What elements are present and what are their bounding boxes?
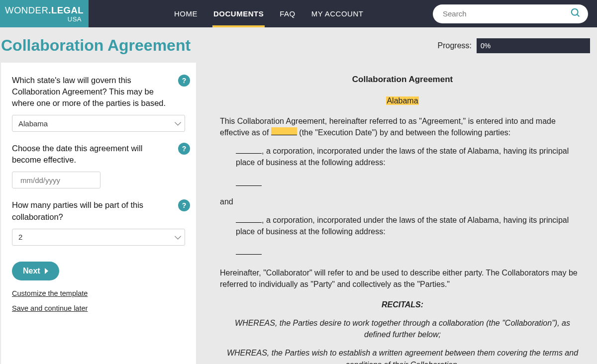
field-state: Which state's law will govern this Colla… [12, 75, 185, 132]
hereinafter: Hereinafter, "Collaborator" will refer t… [220, 267, 585, 290]
blank-party-a-name [236, 146, 262, 154]
search-box[interactable] [433, 4, 588, 23]
blank-party-a-address [236, 178, 585, 189]
nav-documents[interactable]: DOCUMENTS [212, 0, 265, 27]
preview-intro-b: (the "Execution Date") by and between th… [297, 128, 510, 137]
next-button[interactable]: Next [12, 262, 59, 280]
main-nav: HOME DOCUMENTS FAQ MY ACCOUNT [173, 0, 364, 27]
and-line: and [220, 196, 585, 207]
search-input[interactable] [443, 9, 570, 18]
blank-party-b-name [236, 215, 262, 223]
progress: Progress: 0% [438, 38, 590, 53]
parties-select[interactable] [12, 229, 185, 246]
preview-intro: This Collaboration Agreement, hereinafte… [220, 115, 585, 138]
blank-date [271, 127, 297, 135]
main: Which state's law will govern this Colla… [0, 63, 597, 364]
help-icon[interactable]: ? [178, 199, 190, 211]
search-container [433, 0, 597, 27]
customize-link[interactable]: Customize the template [12, 289, 185, 297]
svg-point-0 [572, 8, 578, 15]
search-icon[interactable] [570, 7, 581, 20]
page-title: Collaboration Agreement [1, 36, 191, 55]
help-icon[interactable]: ? [178, 143, 190, 155]
field-parties-label: How many parties will be part of this co… [12, 199, 185, 222]
progress-bar: 0% [477, 38, 590, 53]
preview-title: Collaboration Agreement [220, 74, 585, 86]
field-state-label: Which state's law will govern this Colla… [12, 75, 185, 109]
title-row: Collaboration Agreement Progress: 0% [0, 27, 597, 63]
logo-word-1: WONDER [5, 5, 48, 15]
state-select-wrap [12, 115, 185, 132]
form-panel: Which state's law will govern this Colla… [1, 63, 196, 364]
logo-word-2: .LEGAL [48, 5, 84, 15]
logo-text: WONDER.LEGAL [5, 5, 84, 16]
progress-label: Progress: [438, 41, 472, 50]
svg-line-1 [577, 14, 580, 16]
preview-state: Alabama [386, 96, 418, 105]
next-button-label: Next [23, 267, 40, 275]
party-b-text: , a corporation, incorporated under the … [236, 216, 569, 236]
whereas-2: WHEREAS, the Parties wish to establish a… [220, 347, 585, 364]
party-a: , a corporation, incorporated under the … [220, 145, 585, 168]
nav-home[interactable]: HOME [173, 0, 199, 27]
preview-panel: Collaboration Agreement Alabama This Col… [209, 63, 596, 364]
header: WONDER.LEGAL USA HOME DOCUMENTS FAQ MY A… [0, 0, 597, 27]
logo[interactable]: WONDER.LEGAL USA [0, 0, 89, 27]
recitals-heading: RECITALS: [220, 299, 585, 310]
save-link[interactable]: Save and continue later [12, 304, 185, 312]
chevron-right-icon [44, 268, 49, 274]
help-icon[interactable]: ? [178, 75, 190, 87]
date-input[interactable] [20, 176, 115, 184]
field-parties: How many parties will be part of this co… [12, 199, 185, 245]
party-a-text: , a corporation, incorporated under the … [236, 147, 569, 167]
party-b: , a corporation, incorporated under the … [220, 214, 585, 237]
field-date: Choose the date this agreement will beco… [12, 143, 185, 188]
logo-region: USA [5, 15, 84, 23]
field-date-label: Choose the date this agreement will beco… [12, 143, 185, 166]
parties-select-wrap [12, 229, 185, 246]
form-links: Customize the template Save and continue… [12, 289, 185, 312]
progress-value: 0% [481, 42, 491, 50]
blank-party-b-address [236, 246, 585, 258]
whereas-1: WHEREAS, the Parties desire to work toge… [220, 317, 585, 340]
preview-state-line: Alabama [220, 95, 585, 106]
nav-account[interactable]: MY ACCOUNT [310, 0, 365, 27]
nav-faq[interactable]: FAQ [279, 0, 297, 27]
date-input-wrap[interactable] [12, 172, 100, 188]
state-select[interactable] [12, 115, 185, 132]
